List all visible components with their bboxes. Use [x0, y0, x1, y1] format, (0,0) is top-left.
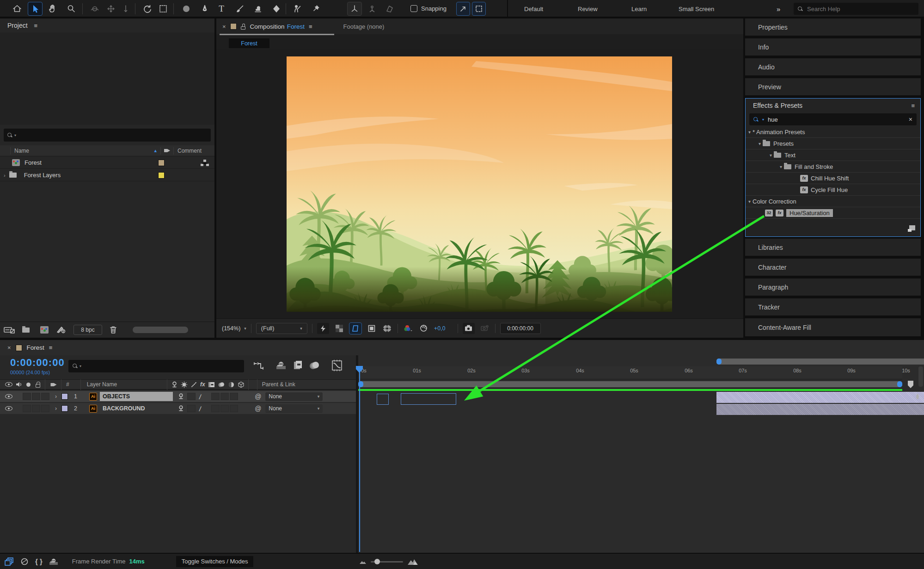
video-column-icon[interactable]: [5, 382, 12, 387]
effects-group-fill-and-stroke[interactable]: ▾ Fill and Stroke: [746, 161, 920, 173]
project-column-comment[interactable]: Comment: [177, 148, 202, 154]
layer-expander-icon[interactable]: ›: [55, 405, 57, 412]
parent-dropdown[interactable]: None ▾: [265, 392, 323, 401]
close-tab-icon[interactable]: ×: [222, 23, 226, 30]
panel-tab-audio[interactable]: Audio: [745, 58, 921, 77]
layer-label-swatch[interactable]: [61, 393, 68, 400]
transparency-grid-icon[interactable]: [334, 323, 345, 334]
panel-tab-libraries[interactable]: Libraries: [745, 239, 921, 257]
zoom-tool-icon[interactable]: [64, 2, 78, 15]
composition-mini-flowchart-icon[interactable]: [253, 361, 265, 371]
number-column-label[interactable]: #: [66, 381, 69, 388]
switch-cell[interactable]: [211, 405, 220, 412]
parent-pickwhip-icon[interactable]: @: [255, 393, 261, 400]
lock-cell[interactable]: [41, 405, 49, 412]
shy-switch-icon[interactable]: [171, 381, 178, 388]
snapshot-camera-icon[interactable]: [463, 323, 475, 334]
layer-label-swatch[interactable]: [61, 405, 68, 412]
new-folder-icon[interactable]: [22, 328, 30, 333]
motion-blur-icon[interactable]: [309, 360, 321, 371]
effects-group-presets[interactable]: ▾ Presets: [746, 138, 920, 149]
timeline-tab-label[interactable]: Forest: [27, 344, 44, 351]
snap-bounds-icon[interactable]: [472, 2, 485, 15]
parent-pickwhip-icon[interactable]: @: [255, 405, 261, 412]
exposure-icon[interactable]: [418, 323, 429, 334]
solo-column-icon[interactable]: [26, 383, 31, 387]
parent-link-column-label[interactable]: Parent & Link: [262, 381, 295, 388]
magnification-dropdown[interactable]: (154%) ▾: [222, 325, 246, 332]
rasterize-switch[interactable]: /: [199, 392, 202, 400]
lock-column-icon[interactable]: [36, 384, 40, 388]
help-search-box[interactable]: [794, 3, 918, 15]
viewer-tab-label[interactable]: Composition: [250, 23, 285, 30]
label-color-swatch[interactable]: [158, 172, 165, 179]
type-tool-icon[interactable]: T: [214, 2, 228, 15]
new-panel-icon[interactable]: [907, 225, 916, 234]
panel-tab-preview[interactable]: Preview: [745, 78, 921, 97]
project-panel-menu-icon[interactable]: ≡: [34, 22, 38, 29]
preview-time-display[interactable]: 0:00:00:00: [500, 323, 541, 334]
graph-editor-icon[interactable]: [331, 359, 343, 371]
panel-tab-character[interactable]: Character: [745, 259, 921, 277]
panel-tab-paragraph[interactable]: Paragraph: [745, 278, 921, 297]
layer-visibility-icon[interactable]: [5, 394, 12, 399]
region-of-interest-icon[interactable]: [366, 323, 377, 334]
effects-group-animation-presets[interactable]: ▾ * Animation Presets: [746, 126, 920, 138]
viewer-tab-comp-name[interactable]: Forest: [287, 23, 305, 30]
exposure-value[interactable]: +0,0: [434, 325, 446, 332]
zoom-slider[interactable]: [371, 561, 403, 563]
unlock-icon[interactable]: [241, 24, 246, 30]
zoom-in-mountain-icon[interactable]: [408, 559, 418, 565]
frame-blending-icon[interactable]: [293, 360, 304, 371]
motion-blur-switch-icon[interactable]: [218, 381, 225, 388]
switch-cell[interactable]: [211, 393, 220, 400]
effects-preset-chill-hue-shift[interactable]: fx Chill Hue Shift: [746, 173, 920, 184]
mini-flowchart-toggle-icon[interactable]: [5, 557, 14, 566]
effects-preset-cycle-fill-hue[interactable]: fx Cycle Fill Hue: [746, 184, 920, 196]
effects-group-text[interactable]: ▾ Text: [746, 149, 920, 161]
resolution-dropdown[interactable]: (Full) ▾: [256, 323, 307, 334]
pen-tool-icon[interactable]: [198, 2, 212, 15]
quality-switch-icon[interactable]: [181, 381, 188, 388]
viewer-sub-tab-forest[interactable]: Forest: [229, 38, 269, 48]
search-options-chevron-icon[interactable]: ▾: [14, 133, 16, 137]
home-icon[interactable]: [10, 2, 24, 15]
switch-cell[interactable]: [187, 405, 196, 412]
twirl-icon[interactable]: ▾: [759, 141, 761, 146]
zoom-slider-knob[interactable]: [374, 559, 380, 564]
effects-item-hue-saturation[interactable]: 32 fx Hue/Saturation: [746, 207, 920, 219]
project-column-name[interactable]: Name: [14, 148, 29, 154]
label-color-swatch[interactable]: [158, 160, 165, 166]
twirl-icon[interactable]: ▾: [748, 199, 751, 204]
layer-bar-background[interactable]: [716, 404, 924, 415]
audio-column-icon[interactable]: [15, 381, 22, 388]
footage-tab[interactable]: Footage (none): [343, 23, 385, 30]
quill-icon[interactable]: [914, 393, 921, 401]
clone-stamp-tool-icon[interactable]: [251, 2, 265, 15]
flowchart-icon[interactable]: [201, 159, 209, 167]
grid-guides-icon[interactable]: [382, 323, 393, 334]
eraser-tool-icon[interactable]: [269, 2, 283, 15]
switch-cell[interactable]: [220, 393, 229, 400]
current-time-display[interactable]: 0:00:00:00 00000 (24.00 fps): [10, 357, 65, 375]
panel-tab-tracker[interactable]: Tracker: [745, 298, 921, 317]
panel-tab-properties[interactable]: Properties: [745, 19, 921, 37]
roto-brush-tool-icon[interactable]: [290, 2, 304, 15]
effects-panel-menu-icon[interactable]: ≡: [911, 102, 915, 109]
puppet-pin-tool-icon[interactable]: [309, 2, 323, 15]
label-column-icon[interactable]: [164, 147, 171, 154]
draft-3d-icon[interactable]: [20, 557, 29, 566]
effects-search-input[interactable]: [768, 116, 893, 123]
brush-tool-icon[interactable]: [233, 2, 247, 15]
close-tab-icon[interactable]: ×: [7, 344, 11, 351]
project-item-forest-layers[interactable]: › Forest Layers: [0, 169, 214, 181]
toggle-switches-modes-button[interactable]: Toggle Switches / Modes: [176, 556, 254, 567]
snap-arrow-icon[interactable]: [457, 2, 470, 15]
channel-settings-icon[interactable]: [403, 323, 414, 334]
selection-tool-icon[interactable]: [28, 2, 42, 15]
time-ruler[interactable]: 0s 01s 02s 03s 04s 05s 06s 07s 08s 09s 1…: [358, 366, 902, 379]
panel-tab-info[interactable]: Info: [745, 38, 921, 57]
cube-3d-switch-icon[interactable]: [238, 381, 245, 388]
workspace-tab-small-screen[interactable]: Small Screen: [679, 0, 714, 18]
layer-visibility-icon[interactable]: [5, 406, 12, 411]
